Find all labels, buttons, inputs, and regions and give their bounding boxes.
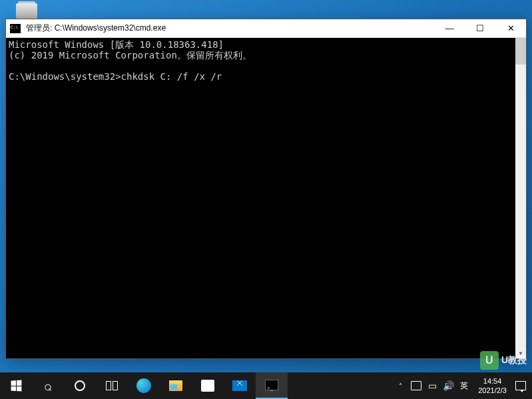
network-button[interactable]: ▭ (426, 380, 438, 391)
watermark: U U教授 (480, 351, 527, 370)
cmd-taskbar-button[interactable] (256, 372, 288, 399)
search-icon (44, 378, 52, 394)
ime-button[interactable]: 英 (458, 380, 470, 392)
terminal-line: Microsoft Windows [版本 10.0.18363.418] (9, 39, 224, 50)
tray-overflow-button[interactable]: ˄ (394, 382, 406, 390)
titlebar[interactable]: 管理员: C:\Windows\system32\cmd.exe — ☐ ✕ (6, 19, 526, 38)
terminal-area[interactable]: Microsoft Windows [版本 10.0.18363.418] (c… (6, 38, 526, 358)
cmd-window: 管理员: C:\Windows\system32\cmd.exe — ☐ ✕ M… (5, 19, 527, 359)
volume-button[interactable]: 🔊 (442, 380, 454, 391)
terminal-prompt: C:\Windows\system32> (9, 71, 121, 82)
maximize-button[interactable]: ☐ (465, 19, 495, 38)
mail-icon (232, 380, 247, 391)
store-icon (201, 380, 214, 392)
watermark-text: U教授 (501, 354, 527, 366)
scroll-thumb[interactable] (515, 38, 526, 65)
taskview-button[interactable] (96, 372, 128, 399)
mail-button[interactable] (224, 372, 256, 399)
date-text: 2021/2/3 (478, 386, 507, 395)
terminal-line: (c) 2019 Microsoft Corporation。保留所有权利。 (9, 50, 252, 61)
notification-icon (411, 381, 421, 390)
file-explorer-button[interactable] (160, 372, 192, 399)
taskbar: ˄ ▭ 🔊 英 14:54 2021/2/3 (0, 372, 532, 399)
system-tray: ˄ ▭ 🔊 英 14:54 2021/2/3 (389, 376, 532, 395)
terminal-command: chkdsk C: /f /x /r (121, 71, 222, 82)
search-button[interactable] (32, 372, 64, 399)
clock-button[interactable]: 14:54 2021/2/3 (474, 376, 511, 395)
windows-logo-icon (11, 380, 21, 392)
cmd-taskbar-icon (265, 380, 278, 390)
action-center-icon (515, 381, 526, 390)
folder-icon (169, 380, 182, 391)
scrollbar[interactable]: ▲ ▼ (515, 38, 526, 358)
time-text: 14:54 (478, 376, 507, 386)
watermark-logo-icon: U (480, 351, 499, 370)
tray-app-icon[interactable] (410, 381, 422, 390)
edge-button[interactable] (128, 372, 160, 399)
cortana-icon (75, 380, 85, 391)
window-controls: — ☐ ✕ (434, 19, 526, 38)
store-button[interactable] (192, 372, 224, 399)
taskview-icon (106, 381, 118, 390)
cortana-button[interactable] (64, 372, 96, 399)
minimize-button[interactable]: — (434, 19, 465, 38)
window-title: 管理员: C:\Windows\system32\cmd.exe (25, 23, 434, 34)
edge-icon (136, 378, 151, 393)
action-center-button[interactable] (515, 381, 527, 390)
start-button[interactable] (0, 372, 32, 399)
cmd-icon (10, 24, 21, 33)
close-button[interactable]: ✕ (495, 19, 526, 38)
terminal-output: Microsoft Windows [版本 10.0.18363.418] (c… (6, 38, 526, 83)
recycle-bin-icon (16, 3, 37, 19)
